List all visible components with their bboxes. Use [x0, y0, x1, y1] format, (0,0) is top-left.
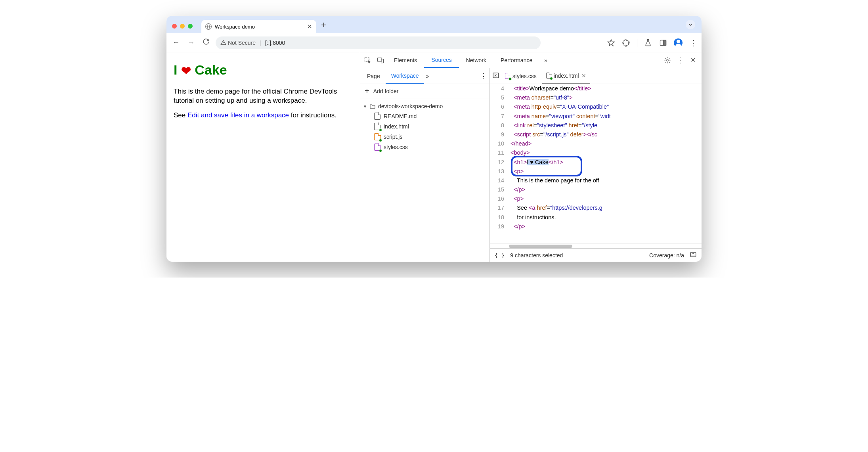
close-window-button[interactable]: [172, 24, 177, 29]
bookmark-icon[interactable]: [607, 38, 616, 47]
selection-status: 9 characters selected: [510, 252, 563, 259]
tab-list-button[interactable]: [686, 20, 695, 29]
more-tabs-button[interactable]: »: [539, 57, 552, 63]
file-icon: [505, 73, 510, 79]
sources-navigator: Page Workspace » ⋮ + Add folder ▼: [359, 68, 490, 262]
file-icon: [374, 113, 380, 120]
tab-elements[interactable]: Elements: [387, 52, 424, 68]
window-controls: [172, 24, 193, 29]
browser-tab[interactable]: Workspace demo ✕: [201, 20, 316, 33]
page-paragraph: See Edit and save files in a workspace f…: [174, 111, 352, 120]
url-text: [::]:8000: [265, 40, 285, 46]
minimize-window-button[interactable]: [180, 24, 185, 29]
settings-icon[interactable]: [661, 57, 674, 64]
file-item-script[interactable]: script.js: [362, 132, 486, 142]
coverage-status: Coverage: n/a: [649, 252, 684, 259]
close-tab-button[interactable]: ✕: [307, 23, 312, 30]
toggle-drawer-icon[interactable]: [690, 251, 697, 259]
editor-statusbar: { } 9 characters selected Coverage: n/a: [490, 248, 702, 262]
file-icon: [374, 123, 380, 130]
globe-icon: [205, 23, 212, 30]
page-paragraph: This is the demo page for the official C…: [174, 87, 352, 105]
workspace-tutorial-link[interactable]: Edit and save files in a workspace: [187, 111, 289, 119]
editor-panel: styles.css index.html ✕ 4 <title>Workspa…: [490, 68, 702, 262]
svg-rect-1: [663, 40, 666, 45]
file-item-index[interactable]: index.html: [362, 121, 486, 132]
toolbar: ← → Not Secure | [::]:8000: [166, 33, 702, 52]
sources-tab-page[interactable]: Page: [361, 68, 386, 84]
horizontal-scrollbar[interactable]: [490, 243, 702, 248]
device-toolbar-icon[interactable]: [374, 57, 387, 64]
page-content-area: I ❤ Cake This is the demo page for the o…: [166, 52, 702, 262]
file-item-styles[interactable]: styles.css: [362, 142, 486, 152]
close-devtools-button[interactable]: ✕: [686, 56, 699, 64]
tab-strip: Workspace demo ✕ +: [166, 16, 702, 33]
toggle-navigator-icon[interactable]: [492, 72, 499, 80]
more-sources-tabs[interactable]: »: [426, 73, 429, 79]
editor-tabbar: styles.css index.html ✕: [490, 68, 702, 84]
kebab-menu-button[interactable]: ⋮: [689, 38, 698, 47]
security-indicator[interactable]: Not Secure: [220, 40, 256, 46]
disclosure-triangle-icon: ▼: [363, 104, 367, 109]
folder-item[interactable]: ▼ devtools-workspace-demo: [362, 102, 486, 111]
devtools-tabbar: Elements Sources Network Performance » ⋮…: [359, 52, 702, 68]
sources-menu-button[interactable]: ⋮: [480, 72, 487, 80]
rendered-page: I ❤ Cake This is the demo page for the o…: [166, 52, 359, 262]
file-icon: [374, 133, 380, 140]
file-item-readme[interactable]: README.md: [362, 111, 486, 121]
maximize-window-button[interactable]: [188, 24, 193, 29]
security-label: Not Secure: [228, 40, 256, 46]
tab-title: Workspace demo: [215, 24, 255, 30]
profile-button[interactable]: [674, 38, 683, 47]
address-bar[interactable]: Not Secure | [::]:8000: [216, 36, 541, 49]
editor-tab-styles[interactable]: styles.css: [501, 68, 541, 84]
pretty-print-icon[interactable]: { }: [495, 252, 505, 259]
inspect-element-icon[interactable]: [361, 57, 374, 64]
toolbar-actions: ⋮: [607, 38, 698, 47]
file-icon: [546, 73, 551, 79]
back-button[interactable]: ←: [170, 38, 182, 47]
new-tab-button[interactable]: +: [321, 20, 326, 30]
extensions-icon[interactable]: [622, 38, 631, 47]
page-heading: I ❤ Cake: [174, 61, 352, 79]
forward-button: →: [185, 38, 197, 47]
tab-performance[interactable]: Performance: [493, 52, 539, 68]
editor-tab-index[interactable]: index.html ✕: [542, 68, 590, 84]
tab-sources[interactable]: Sources: [424, 52, 459, 68]
devtools-panel: Elements Sources Network Performance » ⋮…: [359, 52, 702, 262]
svg-point-5: [667, 59, 669, 61]
add-folder-button[interactable]: + Add folder: [359, 84, 489, 98]
file-tree: ▼ devtools-workspace-demo README.md inde…: [359, 98, 489, 155]
heart-icon: ❤: [181, 64, 191, 77]
experiments-icon[interactable]: [644, 38, 652, 47]
browser-window: Workspace demo ✕ + ← → Not Secure | [::]…: [166, 16, 702, 262]
devtools-menu-button[interactable]: ⋮: [674, 56, 686, 65]
tab-network[interactable]: Network: [459, 52, 493, 68]
side-panel-icon[interactable]: [659, 38, 667, 47]
reload-button[interactable]: [201, 38, 212, 47]
close-editor-tab-button[interactable]: ✕: [581, 73, 586, 79]
file-icon: [374, 144, 380, 151]
sources-tab-workspace[interactable]: Workspace: [386, 68, 424, 84]
code-editor[interactable]: 4 <title>Workspace demo</title>5 <meta c…: [490, 84, 702, 243]
